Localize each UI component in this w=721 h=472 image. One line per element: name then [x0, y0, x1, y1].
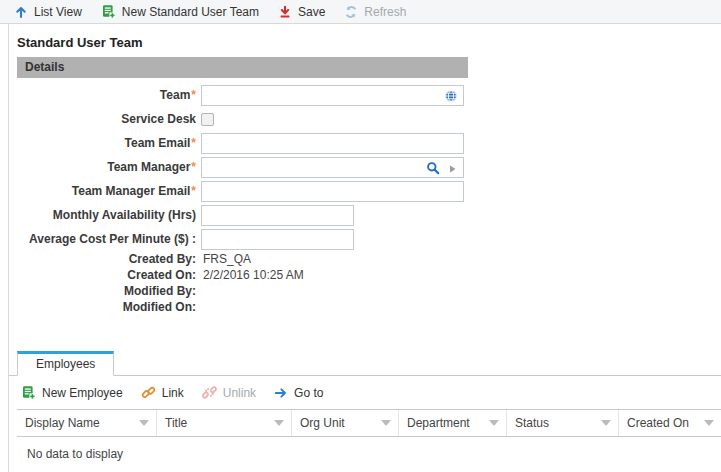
modified-on-row: Modified On:	[9, 299, 721, 315]
column-header-created-on[interactable]: Created On	[619, 410, 721, 436]
employees-toolbar: New Employee Link	[9, 376, 721, 409]
required-marker: *	[191, 88, 196, 102]
service-desk-row: Service Desk	[9, 107, 721, 131]
details-form: Team* Service Desk	[9, 83, 721, 315]
save-button[interactable]: Save	[278, 5, 325, 19]
main-toolbar: List View New Standard User Team Save	[0, 0, 721, 24]
link-label: Link	[162, 386, 184, 400]
link-button[interactable]: Link	[141, 385, 184, 400]
filter-icon[interactable]	[274, 420, 284, 426]
save-label: Save	[298, 5, 325, 19]
new-employee-label: New Employee	[42, 386, 123, 400]
new-document-icon	[101, 4, 116, 19]
team-input[interactable]	[201, 85, 464, 106]
modified-by-row: Modified By:	[9, 283, 721, 299]
average-cost-row: Average Cost Per Minute ($) :	[9, 227, 721, 251]
team-email-label: Team Email*	[9, 136, 196, 150]
filter-icon[interactable]	[489, 420, 499, 426]
new-employee-button[interactable]: New Employee	[21, 385, 123, 400]
created-by-label: Created By:	[9, 252, 196, 266]
team-label: Team*	[9, 88, 196, 102]
monthly-availability-row: Monthly Availability (Hrs)	[9, 203, 721, 227]
column-header-display-name[interactable]: Display Name	[17, 410, 157, 436]
created-on-value: 2/2/2016 10:25 AM	[203, 268, 304, 282]
team-manager-label: Team Manager*	[9, 160, 196, 174]
required-marker: *	[191, 184, 196, 198]
link-icon	[141, 385, 156, 400]
details-section-header: Details	[17, 57, 468, 78]
globe-icon[interactable]	[444, 89, 458, 106]
created-on-label: Created On:	[9, 268, 196, 282]
refresh-label: Refresh	[364, 5, 406, 19]
refresh-button: Refresh	[344, 5, 406, 19]
refresh-icon	[344, 5, 358, 19]
new-standard-user-team-button[interactable]: New Standard User Team	[101, 4, 259, 19]
filter-icon[interactable]	[601, 420, 611, 426]
search-icon[interactable]	[426, 161, 440, 178]
unlink-button: Unlink	[202, 385, 256, 400]
required-marker: *	[191, 136, 196, 150]
go-to-button[interactable]: Go to	[274, 386, 323, 400]
monthly-availability-input[interactable]	[201, 205, 354, 226]
new-standard-user-team-label: New Standard User Team	[122, 5, 259, 19]
service-desk-label: Service Desk	[9, 112, 196, 126]
arrow-up-icon	[14, 5, 28, 19]
created-by-value: FRS_QA	[203, 252, 251, 266]
team-email-row: Team Email*	[9, 131, 721, 155]
list-view-button[interactable]: List View	[14, 5, 82, 19]
filter-icon[interactable]	[139, 420, 149, 426]
modified-on-label: Modified On:	[9, 300, 196, 314]
team-manager-email-input[interactable]	[201, 181, 464, 202]
page-title: Standard User Team	[9, 24, 721, 50]
service-desk-checkbox[interactable]	[201, 113, 214, 126]
filter-icon[interactable]	[704, 420, 714, 426]
list-view-label: List View	[34, 5, 82, 19]
column-header-org-unit[interactable]: Org Unit	[292, 410, 399, 436]
monthly-availability-label: Monthly Availability (Hrs)	[9, 208, 196, 222]
average-cost-input[interactable]	[201, 229, 354, 250]
team-manager-email-row: Team Manager Email*	[9, 179, 721, 203]
column-header-department[interactable]: Department	[399, 410, 507, 436]
tab-strip: Employees	[9, 351, 721, 376]
employees-grid: Display Name Title Org Unit Department S…	[17, 409, 721, 461]
team-manager-email-label: Team Manager Email*	[9, 184, 196, 198]
arrow-right-icon	[274, 386, 288, 400]
new-document-icon	[21, 385, 36, 400]
created-by-row: Created By: FRS_QA	[9, 251, 721, 267]
tab-employees[interactable]: Employees	[17, 351, 114, 376]
unlink-label: Unlink	[223, 386, 256, 400]
record-panel: Standard User Team Details Team*	[8, 24, 721, 472]
save-icon	[278, 5, 292, 19]
created-on-row: Created On: 2/2/2016 10:25 AM	[9, 267, 721, 283]
expand-right-icon[interactable]	[448, 163, 457, 177]
required-marker: *	[191, 160, 196, 174]
filter-icon[interactable]	[381, 420, 391, 426]
unlink-icon	[202, 385, 217, 400]
go-to-label: Go to	[294, 386, 323, 400]
average-cost-label: Average Cost Per Minute ($) :	[9, 232, 196, 246]
column-header-title[interactable]: Title	[157, 410, 292, 436]
grid-header-row: Display Name Title Org Unit Department S…	[17, 409, 721, 437]
team-manager-input[interactable]	[201, 157, 464, 178]
grid-empty-message: No data to display	[17, 437, 721, 461]
column-header-status[interactable]: Status	[507, 410, 619, 436]
modified-by-label: Modified By:	[9, 284, 196, 298]
team-row: Team*	[9, 83, 721, 107]
team-email-input[interactable]	[201, 133, 464, 154]
team-manager-row: Team Manager*	[9, 155, 721, 179]
